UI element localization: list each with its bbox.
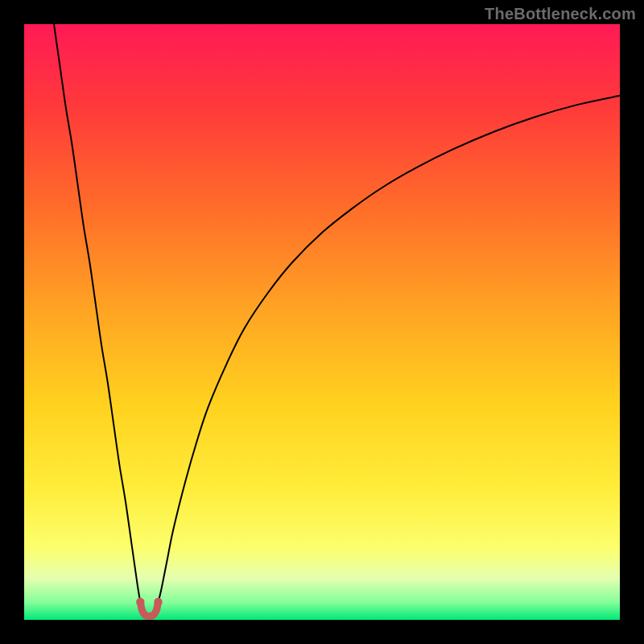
bottleneck-u-marker-endcap-left <box>136 598 144 606</box>
curve-right-branch <box>159 96 621 602</box>
bottleneck-chart <box>24 24 620 620</box>
curve-left-branch <box>54 24 140 602</box>
bottleneck-u-marker-endcap-right <box>154 598 162 606</box>
chart-canvas <box>24 24 620 620</box>
chart-frame: TheBottleneck.com <box>0 0 644 644</box>
watermark-label: TheBottleneck.com <box>485 5 636 23</box>
